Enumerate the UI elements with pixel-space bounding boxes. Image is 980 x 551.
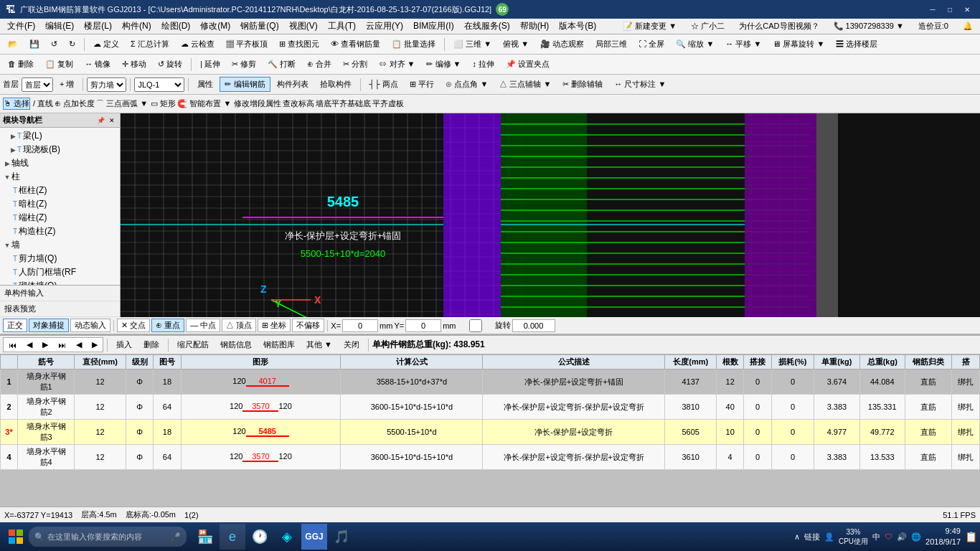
cad-help[interactable]: 为什么CAD导图视频？ xyxy=(735,19,823,33)
fullscreen-btn[interactable]: ⛶ 全屏 xyxy=(633,37,669,52)
menu-tools[interactable]: 工具(T) xyxy=(324,19,360,34)
tree-item-beam1[interactable]: ▶ T 梁(L) xyxy=(1,129,118,143)
snap-btn[interactable]: 对象捕捉 xyxy=(29,319,69,332)
add-floor-btn[interactable]: + 增 xyxy=(55,77,79,92)
align-top-btn[interactable]: ▦ 平齐板顶 xyxy=(221,37,273,52)
y-input[interactable] xyxy=(405,319,441,332)
midpoint-btn2[interactable]: ⊕ 重点 xyxy=(151,319,184,332)
tree-item-wall[interactable]: ▼ 墙 xyxy=(1,238,118,252)
nav-first-btn[interactable]: ⏮ xyxy=(4,339,22,352)
intersect-btn[interactable]: ✕ 交点 xyxy=(117,319,150,332)
copy-btn[interactable]: 📋 复制 xyxy=(40,57,78,72)
pan-btn[interactable]: ↔ 平移 ▼ xyxy=(720,37,766,52)
ortho-btn[interactable]: 正交 xyxy=(3,319,27,332)
report-btn[interactable]: 报表预览 xyxy=(0,301,120,317)
phone-btn[interactable]: 📞 13907298339 ▼ xyxy=(829,20,908,32)
notify-btn[interactable]: 🔔 xyxy=(958,20,977,32)
rotate-btn[interactable]: ↺ 旋转 xyxy=(153,57,187,72)
save-btn[interactable]: 💾 xyxy=(24,37,44,51)
tree-item-axis[interactable]: ▶ 轴线 xyxy=(1,156,118,170)
nav-down-btn[interactable]: ▶ xyxy=(87,338,103,352)
notification-btn[interactable]: 📋 xyxy=(965,531,977,542)
local-3d-btn[interactable]: 局部三维 xyxy=(590,37,632,52)
point-angle-btn[interactable]: ⊙ 点点角 ▼ xyxy=(440,77,493,92)
arc-btn[interactable]: ⌒ 三点画弧 ▼ xyxy=(96,98,148,109)
table-row[interactable]: 4 墙身水平钢筋4 12 Φ 64 1203570120 3600-15+10*… xyxy=(1,445,980,470)
element-list-btn[interactable]: 构件列表 xyxy=(272,77,314,92)
pick-element-btn[interactable]: 拾取构件 xyxy=(315,77,357,92)
rect-btn[interactable]: ▭ 矩形 xyxy=(151,98,176,109)
minimize-button[interactable]: ─ xyxy=(925,2,940,17)
wall-type-select[interactable]: 剪力墙 xyxy=(87,77,126,92)
link-label[interactable]: 链接 xyxy=(804,532,820,542)
mirror-btn[interactable]: ↔ 镜像 xyxy=(80,57,116,72)
tree-item-slab[interactable]: ▶ T 现浇板(B) xyxy=(1,143,118,156)
menu-version[interactable]: 版本号(B) xyxy=(555,19,600,34)
select-tool-btn[interactable]: 🖱 选择 xyxy=(3,98,30,110)
task-icon-app1[interactable]: ◈ xyxy=(274,524,300,550)
tree-item-struct-col[interactable]: T 构造柱(Z) xyxy=(1,225,118,238)
tree-item-masonry[interactable]: T 砌体墙(Q) xyxy=(1,279,118,285)
menu-file[interactable]: 文件(F) xyxy=(3,19,39,34)
table-row[interactable]: 1 墙身水平钢筋1 12 Φ 18 1204017 3588-15+10*d+3… xyxy=(1,369,980,395)
vertex-btn[interactable]: △ 顶点 xyxy=(222,319,256,332)
stretch-btn[interactable]: ↕ 拉伸 xyxy=(467,57,499,72)
tray-chevron[interactable]: ∧ xyxy=(794,532,800,542)
task-icon-ggj[interactable]: GGJ xyxy=(301,524,327,550)
align-btn[interactable]: ⇔ 对齐 ▼ xyxy=(374,57,420,72)
edit-btn[interactable]: ✏ 编修 ▼ xyxy=(421,57,466,72)
menu-view[interactable]: 视图(V) xyxy=(285,19,322,34)
sidebar-close-btn[interactable]: ✕ xyxy=(107,116,117,126)
menu-element[interactable]: 构件(N) xyxy=(118,19,156,34)
undo-btn[interactable]: ↺ xyxy=(46,37,62,51)
3d-btn[interactable]: ⬜ 三维 ▼ xyxy=(448,37,496,52)
scale-rebar-btn[interactable]: 缩尺配筋 xyxy=(172,337,214,352)
dynamic-input-btn[interactable]: 动态输入 xyxy=(70,319,110,332)
nav-up-btn[interactable]: ◀ xyxy=(71,338,87,352)
del-aux-btn[interactable]: ✂ 删除辅轴 xyxy=(557,77,608,92)
extend-btn[interactable]: | 延伸 xyxy=(195,57,225,72)
tree-item-frame-col[interactable]: T 框柱(Z) xyxy=(1,184,118,197)
nav-next-btn[interactable]: ▶ xyxy=(37,338,53,352)
speaker-icon[interactable]: 🔊 xyxy=(897,532,907,542)
dim-note-btn[interactable]: ↔ 尺寸标注 ▼ xyxy=(609,77,671,92)
zoom-btn[interactable]: 🔍 缩放 ▼ xyxy=(671,37,719,52)
menu-cloud[interactable]: 云应用(Y) xyxy=(362,19,407,34)
split-btn[interactable]: ✂ 分割 xyxy=(338,57,372,72)
start-button[interactable] xyxy=(3,524,29,550)
wall-bottom-btn[interactable]: 墙底平齐基础底 xyxy=(316,98,371,109)
floor-select[interactable]: 首层 xyxy=(22,77,53,92)
maximize-button[interactable]: □ xyxy=(943,2,957,17)
task-icon-clock[interactable]: 🕐 xyxy=(247,524,273,550)
cloud-check-btn[interactable]: ☁ 云检查 xyxy=(176,37,220,52)
menu-help[interactable]: 帮助(H) xyxy=(516,19,554,34)
task-icon-browser[interactable]: e xyxy=(220,524,245,550)
ime-icon[interactable]: 中 xyxy=(872,532,880,542)
view-btn[interactable]: 俯视 ▼ xyxy=(498,37,534,52)
move-btn[interactable]: ✛ 移动 xyxy=(117,57,151,72)
parallel-btn[interactable]: ⊞ 平行 xyxy=(405,77,439,92)
batch-select-btn[interactable]: 📋 批量选择 xyxy=(387,37,440,52)
nav-prev-btn[interactable]: ◀ xyxy=(22,338,37,352)
pin-btn[interactable]: 📌 xyxy=(95,116,105,126)
define-btn[interactable]: ☁ 定义 xyxy=(88,37,124,52)
task-icon-app2[interactable]: 🎵 xyxy=(329,524,354,550)
trim-btn[interactable]: ✂ 修剪 xyxy=(227,57,261,72)
smart-place-btn[interactable]: 🧲 智能布置 ▼ xyxy=(177,98,231,109)
two-point-btn[interactable]: ┤├ 两点 xyxy=(364,77,404,92)
menu-draw[interactable]: 绘图(D) xyxy=(157,19,195,34)
coord-snap-btn[interactable]: ⊞ 坐标 xyxy=(258,319,291,332)
nav-last-btn[interactable]: ⏭ xyxy=(53,339,71,352)
network-icon[interactable]: 🌐 xyxy=(911,532,921,542)
close-button[interactable]: ✕ xyxy=(960,2,974,17)
element-select[interactable]: JLQ-1 xyxy=(134,77,184,92)
table-row-highlight[interactable]: 3* 墙身水平钢筋3 12 Φ 18 1205485 5500-15+10*d … xyxy=(1,420,980,445)
close-table-btn[interactable]: 关闭 xyxy=(339,337,364,352)
menu-modify[interactable]: 修改(M) xyxy=(196,19,235,34)
point-length-btn[interactable]: ⊕ 点加长度 xyxy=(55,98,95,109)
set-grip-btn[interactable]: 📌 设置夹点 xyxy=(501,57,555,72)
search-bar[interactable]: 🔍 在这里输入你要搜索的内容 🎤 xyxy=(29,527,187,547)
tree-item-shear-wall[interactable]: T 剪力墙(Q) xyxy=(1,252,118,265)
menu-online[interactable]: 在线服务(S) xyxy=(460,19,514,34)
modify-seg-btn[interactable]: 修改增段属性 xyxy=(234,98,281,109)
